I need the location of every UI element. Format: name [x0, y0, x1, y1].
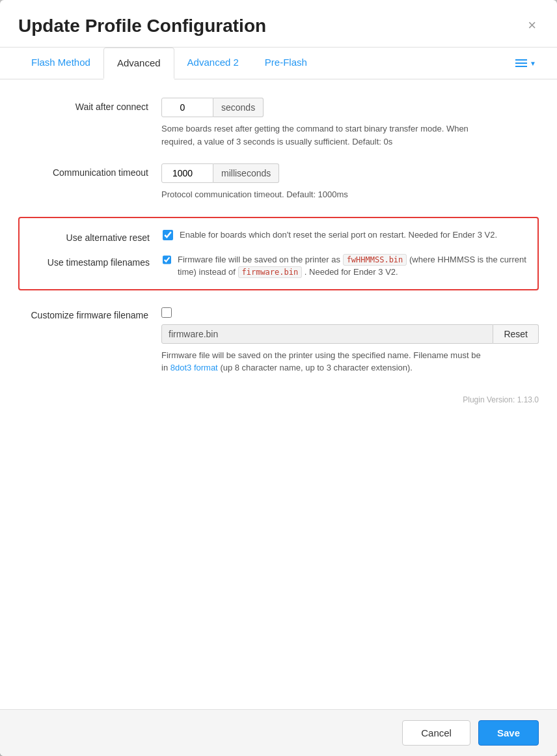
wait-after-connect-input-group: seconds [161, 98, 539, 117]
tab-advanced[interactable]: Advanced [103, 48, 174, 79]
dialog-title: Update Profile Configuration [18, 16, 266, 36]
communication-timeout-input[interactable] [161, 163, 213, 183]
timestamp-filenames-label: Use timestamp filenames [20, 253, 163, 268]
wait-after-connect-input[interactable] [161, 98, 213, 117]
communication-timeout-input-group: milliseconds [161, 163, 539, 183]
timestamp-filenames-help: Firmware file will be saved on the print… [178, 253, 527, 279]
timestamp-code1: fwHHMMSS.bin [343, 254, 407, 266]
tab-flash-method[interactable]: Flash Method [18, 48, 103, 79]
alternative-reset-label: Use alternative reset [20, 229, 163, 243]
customize-help-after: (up 8 character name, up to 3 character … [220, 363, 413, 372]
alternative-reset-control: Enable for boards which don't reset the … [163, 229, 527, 242]
alternative-reset-help: Enable for boards which don't reset the … [180, 229, 497, 242]
customize-filename-control: Reset Firmware file will be saved on the… [161, 306, 539, 374]
customize-filename-checkbox[interactable] [161, 307, 172, 318]
customize-filename-checkbox-row [161, 306, 539, 318]
wait-after-connect-row: Wait after connect seconds Some boards r… [18, 98, 539, 148]
close-button[interactable]: × [525, 16, 539, 35]
dialog-footer: Cancel Save [0, 709, 557, 756]
timestamp-filenames-checkbox-row: Firmware file will be saved on the print… [163, 253, 527, 279]
alternative-reset-checkbox[interactable] [163, 230, 173, 240]
wait-after-connect-label: Wait after connect [18, 98, 161, 112]
wait-after-connect-control: seconds Some boards reset after getting … [161, 98, 539, 148]
customize-filename-row: Customize firmware filename Reset Firmwa… [18, 306, 539, 374]
cancel-button[interactable]: Cancel [402, 720, 470, 746]
update-profile-dialog: Update Profile Configuration × Flash Met… [0, 0, 557, 756]
chevron-down-icon: ▼ [530, 60, 536, 67]
timestamp-code2: firmware.bin [238, 266, 303, 278]
customize-filename-help: Firmware file will be saved on the print… [161, 349, 487, 374]
alternative-reset-row: Use alternative reset Enable for boards … [20, 229, 527, 243]
tab-menu-button[interactable]: ▼ [513, 54, 539, 72]
communication-timeout-control: milliseconds Protocol communication time… [161, 163, 539, 201]
tab-pre-flash[interactable]: Pre-Flash [252, 48, 320, 79]
communication-timeout-unit: milliseconds [213, 163, 279, 183]
plugin-version: Plugin Version: 1.13.0 [18, 390, 539, 415]
communication-timeout-row: Communication timeout milliseconds Proto… [18, 163, 539, 201]
timestamp-help-after: . Needed for Ender 3 V2. [305, 267, 398, 277]
highlighted-section: Use alternative reset Enable for boards … [18, 217, 539, 290]
save-button[interactable]: Save [478, 720, 539, 746]
filename-input[interactable] [161, 324, 493, 344]
filename-input-row: Reset [161, 324, 539, 344]
customize-filename-label: Customize firmware filename [18, 306, 161, 320]
tab-content: Wait after connect seconds Some boards r… [0, 79, 557, 709]
dialog-header: Update Profile Configuration × [0, 0, 557, 48]
hamburger-icon [515, 59, 527, 67]
tab-advanced-2[interactable]: Advanced 2 [174, 48, 252, 79]
timestamp-filenames-row: Use timestamp filenames Firmware file wi… [20, 253, 527, 279]
wait-after-connect-unit: seconds [213, 98, 264, 117]
reset-button[interactable]: Reset [493, 324, 539, 344]
timestamp-filenames-checkbox[interactable] [163, 255, 171, 265]
alternative-reset-checkbox-row: Enable for boards which don't reset the … [163, 229, 527, 242]
tab-bar: Flash Method Advanced Advanced 2 Pre-Fla… [0, 48, 557, 79]
communication-timeout-help: Protocol communication timeout. Default:… [161, 188, 487, 201]
wait-after-connect-help: Some boards reset after getting the comm… [161, 122, 487, 148]
8dot3-format-link[interactable]: 8dot3 format [170, 363, 218, 372]
timestamp-filenames-control: Firmware file will be saved on the print… [163, 253, 527, 279]
timestamp-help-before: Firmware file will be saved on the print… [178, 255, 340, 264]
communication-timeout-label: Communication timeout [18, 163, 161, 178]
